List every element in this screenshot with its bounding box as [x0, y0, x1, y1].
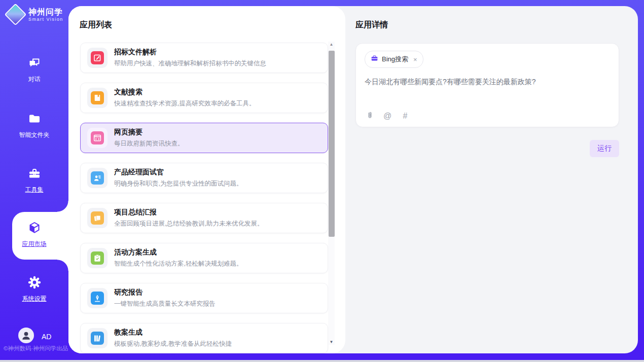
hash-icon[interactable]: #	[401, 112, 410, 121]
app-icon-box	[87, 88, 108, 108]
sidebar-item-label: 系统设置	[0, 295, 68, 303]
paperclip-icon[interactable]	[365, 111, 374, 122]
app-description: 每日政府新闻资讯快查。	[114, 139, 184, 148]
chat-icon	[27, 63, 42, 71]
cube-icon	[27, 228, 42, 236]
sidebar-item-smart-folder[interactable]: 智能文件夹	[0, 112, 68, 139]
interviewer-icon	[91, 171, 104, 185]
app-icon-box	[87, 248, 108, 268]
app-icon-box	[87, 128, 108, 148]
app-list-item[interactable]: 文献搜索 快速精准查找学术资源,提高研究效率的必备工具。	[80, 83, 328, 113]
book-icon	[91, 91, 104, 104]
tool-tag-label: Bing搜索	[382, 55, 408, 64]
app-detail-title: 应用详情	[355, 20, 620, 30]
sidebar-item-label: 对话	[0, 75, 68, 84]
user-initials: AD	[42, 333, 51, 341]
close-icon[interactable]: ×	[413, 56, 417, 63]
app-description: 明确身份和职责,为您提供专业性的面试问题。	[114, 179, 242, 188]
notes-icon	[91, 211, 104, 225]
app-list: 招标文件解析 帮助用户快速、准确地理解和解析招标书中的关键信息 文献搜索 快速精…	[80, 43, 328, 353]
user-account[interactable]: AD	[18, 328, 51, 345]
brand-subtitle: Smart Vision	[28, 17, 63, 22]
app-list-item[interactable]: 网页摘要 每日政府新闻资讯快查。	[80, 123, 328, 153]
app-icon-box	[87, 288, 108, 308]
avatar	[18, 328, 34, 345]
tool-tag-bing-search[interactable]: Bing搜索 ×	[365, 51, 423, 68]
app-icon-box	[87, 168, 108, 188]
sidebar-item-label: 应用市场	[0, 240, 68, 248]
sidebar-item-label: 工具集	[0, 186, 68, 194]
app-name: 招标文件解析	[114, 48, 266, 57]
brand-diamond-icon	[5, 4, 27, 26]
scrollbar-thumb[interactable]	[329, 51, 335, 237]
briefcase-icon	[27, 173, 42, 182]
app-name: 教案生成	[114, 328, 232, 337]
at-icon[interactable]: @	[383, 112, 392, 121]
app-list-item[interactable]: 招标文件解析 帮助用户快速、准确地理解和解析招标书中的关键信息	[80, 43, 328, 73]
scroll-down-icon[interactable]: ▼	[328, 340, 335, 344]
app-detail-panel: 应用详情 Bing搜索 × 今日湖北有哪些新闻要点?有哪些需要关注的最新政策?	[345, 6, 638, 353]
pen-square-icon	[91, 51, 104, 64]
folder-icon	[27, 119, 42, 127]
sidebar-item-toolbox[interactable]: 工具集	[0, 166, 68, 194]
sidebar-item-label: 智能文件夹	[0, 131, 68, 139]
app-list-item[interactable]: 产品经理面试官 明确身份和职责,为您提供专业性的面试问题。	[80, 163, 328, 193]
app-list-item[interactable]: 教案生成 模板驱动,教案秒成,教学准备从此轻松快捷	[80, 323, 328, 353]
copyright-text: ©神州数码·神州问学出品	[4, 345, 68, 352]
brand-name: 神州问学	[28, 8, 63, 17]
sidebar: 神州问学 Smart Vision 对话 智能文件夹	[0, 0, 68, 362]
app-name: 项目总结汇报	[114, 208, 263, 217]
sidebar-item-settings[interactable]: 系统设置	[0, 275, 68, 303]
clipboard-check-icon	[91, 251, 104, 265]
gear-icon	[27, 282, 42, 291]
prompt-toolbar: @ #	[365, 111, 410, 122]
brand-logo: 神州问学 Smart Vision	[8, 7, 63, 22]
app-name: 网页摘要	[114, 128, 184, 137]
app-name: 研究报告	[114, 288, 216, 297]
main-content: 应用列表 招标文件解析 帮助用户快速、准确地理解和解析招标书中的关键信息 文献搜…	[68, 6, 638, 353]
app-list-item[interactable]: 项目总结汇报 全面回顾项目进展,总结经验教训,助力未来优化发展。	[80, 203, 328, 233]
books-icon	[91, 332, 104, 345]
run-button[interactable]: 运行	[590, 140, 619, 157]
app-icon-box	[87, 208, 108, 228]
prompt-input[interactable]: 今日湖北有哪些新闻要点?有哪些需要关注的最新政策?	[365, 77, 610, 87]
briefcase-icon	[371, 55, 378, 64]
app-list-item[interactable]: 活动方案生成 智能生成个性化活动方案,轻松解决规划难题。	[80, 243, 328, 273]
scroll-up-icon[interactable]: ▲	[328, 42, 335, 47]
pen-report-icon	[91, 292, 104, 305]
app-name: 文献搜索	[114, 88, 255, 97]
app-description: 帮助用户快速、准确地理解和解析招标书中的关键信息	[114, 59, 266, 68]
app-list-item[interactable]: 研究报告 一键智能生成高质量长文本研究报告	[80, 283, 328, 313]
app-description: 智能生成个性化活动方案,轻松解决规划难题。	[114, 260, 242, 268]
sidebar-item-app-market[interactable]: 应用市场	[0, 221, 68, 248]
app-description: 模板驱动,教案秒成,教学准备从此轻松快捷	[114, 340, 232, 348]
browser-icon	[91, 131, 104, 144]
app-description: 一键智能生成高质量长文本研究报告	[114, 300, 216, 308]
run-row: 运行	[355, 140, 619, 157]
sidebar-item-chat[interactable]: 对话	[0, 56, 68, 84]
app-list-panel: 应用列表 招标文件解析 帮助用户快速、准确地理解和解析招标书中的关键信息 文献搜…	[68, 6, 345, 353]
app-name: 产品经理面试官	[114, 168, 242, 177]
app-icon-box	[87, 328, 108, 348]
app-icon-box	[87, 48, 108, 68]
app-description: 快速精准查找学术资源,提高研究效率的必备工具。	[114, 99, 255, 108]
app-list-title: 应用列表	[80, 20, 112, 30]
prompt-card: Bing搜索 × 今日湖北有哪些新闻要点?有哪些需要关注的最新政策? @ #	[355, 43, 619, 127]
app-description: 全面回顾项目进展,总结经验教训,助力未来优化发展。	[114, 220, 263, 228]
app-name: 活动方案生成	[114, 248, 242, 257]
app-list-scrollbar[interactable]: ▲ ▼	[328, 42, 335, 345]
